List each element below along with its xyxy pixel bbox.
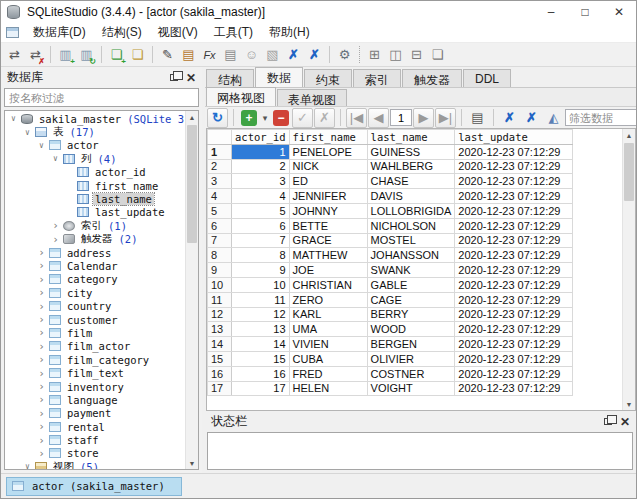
row-header[interactable]: 13	[208, 322, 232, 337]
chevron-collapsed-icon[interactable]: ›	[35, 420, 48, 433]
tab-form-view[interactable]: 表单视图	[277, 89, 347, 106]
chevron-expanded-icon[interactable]: ∨	[21, 128, 34, 137]
sql-functions-editor-icon[interactable]: Fx	[199, 45, 220, 65]
tree-filter-input[interactable]	[4, 88, 199, 107]
tabular-export-icon[interactable]: ◭	[543, 108, 564, 128]
restore-session-window-icon[interactable]: ❏	[127, 45, 148, 65]
column-header-last_name[interactable]: last_name	[367, 130, 455, 145]
grid-cell[interactable]: JOHNNY	[289, 203, 367, 218]
tab-ddl[interactable]: DDL	[463, 69, 511, 87]
grid-cell[interactable]: HELEN	[289, 381, 367, 396]
float-panel-icon[interactable]	[170, 74, 178, 81]
row-header[interactable]: 17	[208, 381, 232, 396]
tab-structure[interactable]: 结构	[206, 69, 254, 87]
close-button[interactable]: ✕	[602, 1, 636, 23]
grid-cell[interactable]: NICHOLSON	[367, 218, 455, 233]
grid-cell[interactable]: COSTNER	[367, 366, 455, 381]
chevron-collapsed-icon[interactable]: ›	[35, 273, 48, 286]
grid-cell[interactable]: ZERO	[289, 292, 367, 307]
row-header[interactable]: 5	[208, 203, 232, 218]
tree-item-rental[interactable]: ›rental	[5, 420, 185, 433]
collations-editor-icon[interactable]: ▤	[220, 45, 241, 65]
row-header[interactable]: 1	[208, 144, 232, 159]
grid-cell[interactable]: VOIGHT	[367, 381, 455, 396]
grid-cell[interactable]: GUINESS	[367, 144, 455, 159]
child-window-menu-icon[interactable]	[6, 27, 19, 38]
tree-item-staff[interactable]: ›staff	[5, 433, 185, 446]
open-configuration-icon[interactable]: ⚙	[334, 45, 355, 65]
tree-item-Calendar[interactable]: ›Calendar	[5, 259, 185, 272]
tree-item-触发器[interactable]: ›触发器(2)	[5, 233, 185, 246]
tab-data[interactable]: 数据	[255, 67, 303, 87]
grid-cell[interactable]: 2020-12-23 07:12:29	[455, 366, 573, 381]
chevron-collapsed-icon[interactable]: ›	[35, 246, 48, 259]
tree-scrollbar-thumb[interactable]	[187, 125, 197, 243]
column-header-last_update[interactable]: last_update	[455, 130, 573, 145]
rollback-changes-icon[interactable]: ✗	[314, 108, 335, 128]
grid-scrollbar[interactable]: ▲ ▼	[622, 129, 635, 410]
grid-cell[interactable]: 13	[232, 322, 290, 337]
grid-cell[interactable]: CUBA	[289, 351, 367, 366]
tree-item-inventory[interactable]: ›inventory	[5, 380, 185, 393]
grid-cell[interactable]: ED	[289, 174, 367, 189]
grid-cell[interactable]: MATTHEW	[289, 248, 367, 263]
tree-item-索引[interactable]: ›索引(1)	[5, 219, 185, 232]
tile-windows-horizontally-icon[interactable]: ◫	[385, 45, 406, 65]
row-header[interactable]: 9	[208, 263, 232, 278]
grid-cell[interactable]: LOLLOBRIGIDA	[367, 203, 455, 218]
grid-cell[interactable]: NICK	[289, 159, 367, 174]
menu-item-view[interactable]: 视图(V)	[150, 23, 206, 42]
insert-row-icon[interactable]: +	[241, 110, 257, 126]
row-header[interactable]: 16	[208, 366, 232, 381]
grid-cell[interactable]: 9	[232, 263, 290, 278]
grid-cell[interactable]: FRED	[289, 366, 367, 381]
row-header[interactable]: 14	[208, 337, 232, 352]
grid-cell[interactable]: 2020-12-23 07:12:29	[455, 203, 573, 218]
chevron-collapsed-icon[interactable]: ›	[35, 447, 48, 460]
grid-cell[interactable]: 2020-12-23 07:12:29	[455, 351, 573, 366]
tab-constraints[interactable]: 约束	[304, 69, 352, 87]
grid-cell[interactable]: 2020-12-23 07:12:29	[455, 248, 573, 263]
add-database-icon[interactable]: ▥+	[55, 45, 76, 65]
plugins-icon[interactable]: ▧	[262, 45, 283, 65]
grid-cell[interactable]: CAGE	[367, 292, 455, 307]
page-number-input[interactable]	[390, 109, 412, 126]
row-header[interactable]: 3	[208, 174, 232, 189]
column-header-first_name[interactable]: first_name	[289, 130, 367, 145]
row-header[interactable]: 7	[208, 233, 232, 248]
grid-cell[interactable]: CHRISTIAN	[289, 277, 367, 292]
grid-cell[interactable]: 17	[232, 381, 290, 396]
new-sql-editor-window-icon[interactable]: ❏+	[106, 45, 127, 65]
scroll-down-icon[interactable]: ▼	[623, 398, 635, 410]
adjust-rows-height-icon[interactable]: ✗	[521, 108, 542, 128]
grid-cell[interactable]: MOSTEL	[367, 233, 455, 248]
tab-triggers[interactable]: 触发器	[402, 69, 462, 87]
tree-item-store[interactable]: ›store	[5, 447, 185, 460]
grid-cell[interactable]: 2020-12-23 07:12:29	[455, 159, 573, 174]
grid-scrollbar-thumb[interactable]	[624, 143, 634, 201]
tree-item-film[interactable]: ›film	[5, 326, 185, 339]
maximize-button[interactable]: □	[568, 1, 602, 23]
edit-database-icon[interactable]: ▥↻	[76, 45, 97, 65]
menu-item-help[interactable]: 帮助(H)	[261, 23, 318, 42]
data-filter-input[interactable]	[565, 109, 637, 126]
tree-item-film_category[interactable]: ›film_category	[5, 353, 185, 366]
chevron-expanded-icon[interactable]: ∨	[7, 114, 20, 123]
chevron-collapsed-icon[interactable]: ›	[35, 367, 48, 380]
grid-cell[interactable]: 2020-12-23 07:12:29	[455, 322, 573, 337]
ddl-history-icon[interactable]: ▤	[178, 45, 199, 65]
grid-cell[interactable]: 14	[232, 337, 290, 352]
tree-item-sakila_master[interactable]: ∨sakila_master(SQLite 3)	[5, 112, 185, 125]
report-bug-icon[interactable]: ☺	[241, 45, 262, 65]
tree-item-film_actor[interactable]: ›film_actor	[5, 340, 185, 353]
connect-database-icon[interactable]: ⇄	[4, 45, 25, 65]
taskbar-item[interactable]: actor (sakila_master)	[6, 477, 182, 496]
grid-cell[interactable]: 2020-12-23 07:12:29	[455, 263, 573, 278]
minimize-button[interactable]: –	[534, 1, 568, 23]
chevron-collapsed-icon[interactable]: ›	[35, 300, 48, 313]
tree-item-country[interactable]: ›country	[5, 299, 185, 312]
last-page-icon[interactable]: ▶|	[435, 108, 456, 128]
grid-cell[interactable]: WAHLBERG	[367, 159, 455, 174]
disconnect-database-icon[interactable]: ⇄✗	[25, 45, 46, 65]
previous-page-icon[interactable]: ◀	[368, 108, 389, 128]
